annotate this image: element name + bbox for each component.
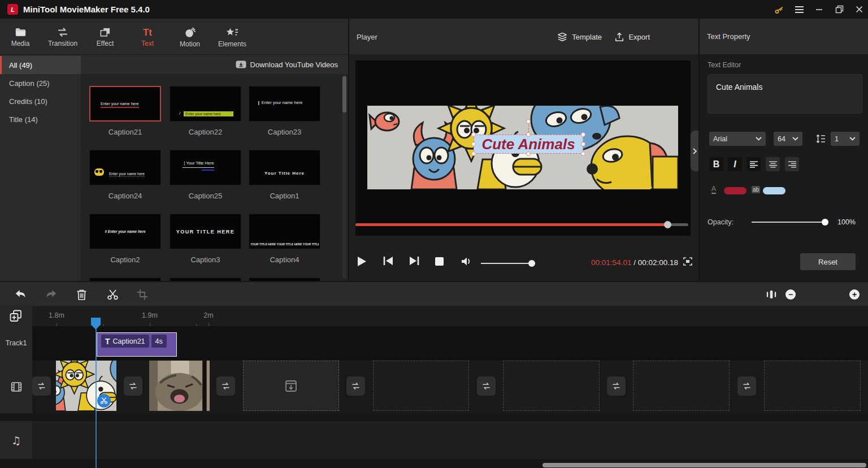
transition-slot-button[interactable] [216,376,235,396]
video-clip-1[interactable] [56,361,116,411]
menu-icon[interactable] [789,0,809,19]
sidebar-item-all[interactable]: All (49) [0,56,81,74]
tab-transition[interactable]: Transition [43,22,83,53]
zoom-in-button[interactable]: + [849,289,860,300]
template-card-caption22[interactable]: /Enter your name here Caption22 [170,86,241,136]
delete-button[interactable] [74,287,89,302]
transition-slot-button[interactable] [737,376,756,396]
align-right-button[interactable] [785,157,799,171]
template-button[interactable]: Template [557,19,602,55]
redo-button[interactable] [44,287,58,302]
previous-frame-button[interactable] [383,256,393,266]
volume-button[interactable] [461,257,471,266]
rotation-handle[interactable] [526,119,531,124]
video-clip-2[interactable] [149,361,210,411]
template-card-caption3[interactable]: YOUR TITLE HERE Caption3 [170,214,241,264]
transition-slot-button[interactable] [32,376,51,396]
tab-elements[interactable]: Elements [212,22,252,53]
sidebar-item-caption[interactable]: Caption (25) [0,74,81,92]
zoom-out-button[interactable]: − [785,289,796,300]
caption-clip[interactable]: T Caption21 4s [97,332,177,357]
align-left-button[interactable] [747,157,761,171]
export-button[interactable]: Export [615,19,650,55]
transition-slot-button[interactable] [607,376,626,396]
video-track-lane [32,360,868,413]
sidebar-item-credits[interactable]: Credits (10) [0,92,81,110]
empty-clip-slot[interactable] [243,361,339,411]
minimize-button[interactable] [809,0,828,19]
fit-timeline-button[interactable] [764,287,779,302]
add-track-button[interactable] [9,309,23,323]
timeline-ruler[interactable]: 1.8m 1.9m 2m [32,306,868,326]
restore-button[interactable] [830,0,849,19]
line-spacing-select[interactable]: 1 [831,132,860,146]
highlight-color-swatch[interactable] [763,187,785,194]
align-center-button[interactable] [766,157,780,171]
library-scrollbar[interactable] [342,75,346,279]
empty-clip-slot[interactable] [373,361,469,411]
transition-slot-button[interactable] [477,376,496,396]
split-indicator-badge[interactable] [97,394,111,408]
tab-label: Media [11,40,30,47]
bold-button[interactable]: B [709,157,723,171]
template-card-caption1[interactable]: Your Title Here Caption1 [249,150,320,200]
crop-button[interactable] [135,287,150,302]
template-card-caption21[interactable]: Enter your name here Caption21 [89,86,161,136]
selection-handle[interactable] [526,151,531,156]
stop-button[interactable] [435,257,444,266]
selection-handle[interactable] [471,151,476,156]
tab-motion[interactable]: Motion [170,22,210,53]
template-card-caption24[interactable]: Enter your name here Caption24 [89,150,161,200]
font-size-select[interactable]: 64 [774,132,802,146]
font-color-icon[interactable]: A [711,185,716,194]
volume-handle[interactable] [528,260,535,267]
volume-slider[interactable] [481,263,535,264]
effect-icon [99,27,111,37]
empty-clip-slot[interactable] [633,361,730,411]
tab-effect[interactable]: Effect [85,22,125,53]
selection-handle[interactable] [471,132,476,137]
line-spacing-value: 1 [835,135,839,143]
transition-slot-button[interactable] [124,376,142,396]
opacity-slider[interactable] [752,222,825,223]
empty-clip-slot[interactable] [503,361,600,411]
selection-handle[interactable] [581,151,585,156]
reset-button[interactable]: Reset [800,253,856,270]
fullscreen-button[interactable] [683,257,692,266]
undo-icon [15,289,27,300]
sidebar-item-label: Caption (25) [9,79,50,88]
tab-media[interactable]: Media [1,22,40,53]
selection-handle[interactable] [581,132,585,137]
text-editor-input[interactable]: Cute Animals [708,74,862,114]
split-button[interactable] [105,287,120,302]
template-card-caption23[interactable]: Enter your name here Caption23 [249,86,320,136]
font-family-select[interactable]: Arial [709,132,766,146]
next-frame-button[interactable] [409,256,419,266]
download-youtube-link[interactable]: Download YouTube Videos [236,55,338,74]
selection-handle[interactable] [471,142,476,146]
transition-slot-button[interactable] [346,376,365,396]
opacity-handle[interactable] [822,219,828,226]
template-card-caption25[interactable]: Your Title Here Caption25 [170,150,241,200]
text-overlay[interactable]: Cute Animals [474,135,583,154]
template-preview-text: Enter your name here [101,102,139,108]
library-scrollbar-thumb[interactable] [342,76,346,112]
font-color-swatch[interactable] [724,187,747,194]
template-card-caption4[interactable]: YOUR TITLE HERE YOUR TITLE HERE YOUR TIT… [249,214,320,264]
empty-clip-slot[interactable] [764,361,861,411]
selection-handle[interactable] [581,142,585,146]
highlight-color-icon[interactable]: ab [752,186,760,193]
template-card-caption2[interactable]: # Enter your name here Caption2 [89,214,161,264]
panel-collapse-handle[interactable] [691,131,698,171]
timeline-horizontal-scrollbar[interactable] [542,463,866,467]
playback-progress-bar[interactable] [355,223,688,226]
tab-text[interactable]: Tt Text [128,22,167,53]
close-button[interactable] [849,0,868,19]
license-key-icon[interactable] [770,0,789,19]
selection-handle[interactable] [526,132,531,137]
play-button[interactable] [357,256,367,267]
italic-button[interactable]: I [728,157,742,171]
sidebar-item-title[interactable]: Title (14) [0,110,81,128]
progress-handle[interactable] [664,221,671,228]
undo-button[interactable] [13,287,28,302]
